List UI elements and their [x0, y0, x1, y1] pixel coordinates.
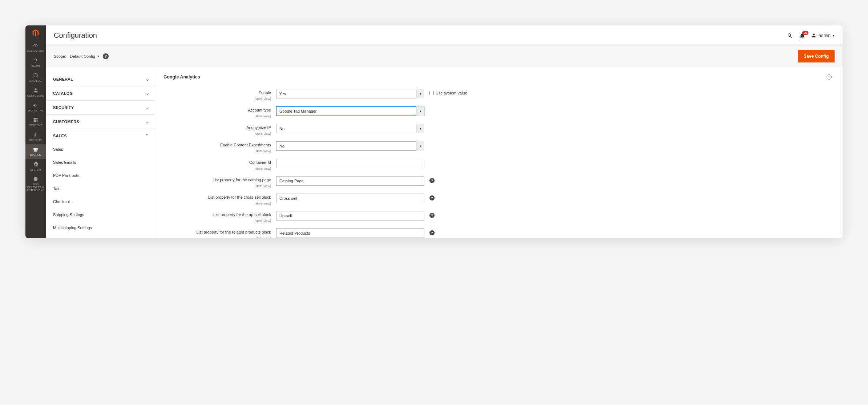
- form-section-title: Google Analytics: [163, 74, 200, 80]
- field-label: List property for the related products b…: [163, 230, 271, 234]
- config-section-header[interactable]: CATALOG ⌵: [46, 86, 156, 100]
- container-id-input[interactable]: [276, 159, 424, 168]
- config-section-general: GENERAL ⌵: [46, 72, 156, 86]
- select-wrap: No: [276, 124, 424, 133]
- field-list-catalog: List property for the catalog page [stor…: [163, 176, 832, 189]
- chevron-up-icon: ⌃: [145, 133, 149, 138]
- chevron-down-icon: ⌵: [146, 119, 149, 124]
- field-input-col: [276, 211, 424, 220]
- field-extra-col: [424, 141, 832, 143]
- field-label: Enable Content Experiments: [163, 143, 271, 147]
- help-icon[interactable]: ?: [429, 230, 435, 235]
- list-related-input[interactable]: [276, 228, 424, 238]
- reports-icon: [33, 132, 39, 138]
- nav-customers[interactable]: CUSTOMERS: [25, 85, 46, 100]
- use-system-label: Use system value: [436, 91, 467, 95]
- config-nav: GENERAL ⌵ CATALOG ⌵ SECURITY ⌵: [46, 67, 156, 238]
- field-extra-col: [424, 159, 832, 161]
- field-scope: [store view]: [254, 167, 271, 170]
- field-content-experiments: Enable Content Experiments [store view] …: [163, 141, 832, 154]
- nav-dashboard[interactable]: DASHBOARD: [25, 41, 46, 56]
- nav-stores[interactable]: STORES: [25, 144, 46, 159]
- admin-user-label: admin: [819, 33, 831, 38]
- config-subitem-sales[interactable]: Sales: [46, 143, 156, 156]
- list-crosssell-input[interactable]: [276, 194, 424, 203]
- config-subitem-pdf[interactable]: PDF Print-outs: [46, 169, 156, 182]
- help-icon[interactable]: ?: [429, 213, 435, 218]
- help-icon[interactable]: ?: [429, 195, 435, 201]
- form-section-header: Google Analytics ⌃: [163, 74, 832, 80]
- config-form: Google Analytics ⌃ Enable [store view] Y…: [156, 67, 843, 238]
- help-icon[interactable]: ?: [429, 178, 435, 183]
- config-subitem-checkout[interactable]: Checkout: [46, 195, 156, 208]
- field-scope: [store view]: [254, 132, 271, 135]
- field-extra-col: ?: [424, 176, 832, 183]
- chevron-down-icon: ⌵: [146, 77, 149, 82]
- field-scope: [store view]: [254, 219, 271, 223]
- partners-icon: [33, 176, 39, 182]
- nav-label: SALES: [31, 65, 40, 68]
- admin-user-menu[interactable]: admin ▾: [811, 33, 835, 38]
- notifications-icon[interactable]: 39: [799, 32, 806, 39]
- search-icon[interactable]: [787, 32, 793, 39]
- list-upsell-input[interactable]: [276, 211, 424, 220]
- config-subitem-multishipping[interactable]: Multishipping Settings: [46, 221, 156, 234]
- dashboard-icon: [33, 43, 39, 49]
- field-extra-col: [424, 106, 832, 108]
- nav-label: REPORTS: [29, 139, 42, 142]
- config-subitem-shipping[interactable]: Shipping Settings: [46, 208, 156, 221]
- chevron-down-icon: ⌵: [146, 91, 149, 96]
- field-extra-col: [424, 124, 832, 126]
- scope-help-icon[interactable]: ?: [103, 53, 109, 59]
- enable-select[interactable]: Yes: [276, 89, 424, 98]
- field-label: List property for the catalog page: [163, 178, 271, 182]
- field-label-col: List property for the cross-sell block […: [163, 194, 276, 206]
- config-subitem-sales-emails[interactable]: Sales Emails: [46, 156, 156, 169]
- config-subitem-tax[interactable]: Tax: [46, 182, 156, 195]
- field-extra-col: ?: [424, 228, 832, 235]
- use-system-checkbox[interactable]: [429, 91, 434, 95]
- nav-label: STORES: [30, 154, 41, 157]
- nav-label: MARKETING: [28, 109, 43, 112]
- main-panel: Configuration 39 admin ▾ Scope:: [46, 25, 843, 238]
- system-icon: [33, 162, 39, 167]
- field-label-col: List property for the related products b…: [163, 228, 276, 238]
- nav-sales[interactable]: SALES: [25, 56, 46, 70]
- account-type-select[interactable]: Google Tag Manager: [276, 106, 424, 116]
- nav-content[interactable]: CONTENT: [25, 114, 46, 129]
- field-label-col: List property for the catalog page [stor…: [163, 176, 276, 189]
- nav-label: CUSTOMERS: [27, 94, 44, 97]
- content-icon: [33, 117, 39, 123]
- save-config-button[interactable]: Save Config: [798, 50, 835, 62]
- config-section-header[interactable]: CUSTOMERS ⌵: [46, 115, 156, 129]
- magento-logo[interactable]: [25, 25, 46, 41]
- nav-reports[interactable]: REPORTS: [25, 129, 46, 144]
- nav-system[interactable]: SYSTEM: [25, 159, 46, 174]
- config-section-label: CATALOG: [53, 91, 73, 96]
- nav-catalog[interactable]: CATALOG: [25, 70, 46, 85]
- nav-marketing[interactable]: MARKETING: [25, 100, 46, 115]
- field-list-upsell: List property for the up-sell block [sto…: [163, 211, 832, 223]
- field-label-col: Enable [store view]: [163, 89, 276, 101]
- nav-find-partners[interactable]: FIND PARTNERS & EXTENSIONS: [25, 174, 46, 194]
- sales-icon: [33, 58, 39, 64]
- field-label: Anonymize IP: [163, 125, 271, 130]
- config-section-header[interactable]: SECURITY ⌵: [46, 101, 156, 114]
- chevron-down-icon: ▾: [833, 34, 835, 37]
- scope-select[interactable]: Default Config: [70, 54, 99, 58]
- anonymize-ip-select[interactable]: No: [276, 124, 424, 133]
- list-catalog-input[interactable]: [276, 176, 424, 186]
- collapse-icon[interactable]: ⌃: [827, 74, 832, 80]
- field-scope: [store view]: [254, 97, 271, 101]
- field-label: Container Id: [163, 160, 271, 165]
- content-experiments-select[interactable]: No: [276, 141, 424, 151]
- field-label: List property for the up-sell block: [163, 212, 271, 217]
- field-input-col: No: [276, 141, 424, 151]
- config-section-header[interactable]: SALES ⌃: [46, 129, 156, 143]
- use-system-value[interactable]: Use system value: [429, 91, 467, 95]
- field-label-col: Container Id [store view]: [163, 159, 276, 171]
- field-input-col: [276, 228, 424, 238]
- config-section-header[interactable]: GENERAL ⌵: [46, 72, 156, 86]
- field-container-id: Container Id [store view]: [163, 159, 832, 171]
- config-section-label: SALES: [53, 134, 67, 138]
